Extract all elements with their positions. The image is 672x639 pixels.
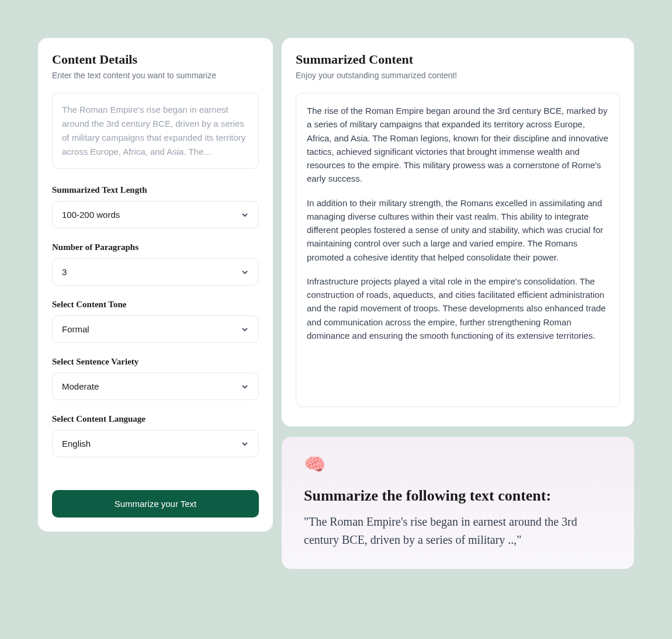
details-title: Content Details — [52, 52, 259, 67]
tone-label: Select Content Tone — [52, 300, 259, 310]
prompt-card: 🧠 Summarize the following text content: … — [282, 437, 634, 569]
chevron-down-icon — [241, 268, 249, 276]
variety-select[interactable]: Moderate — [52, 373, 259, 400]
chevron-down-icon — [241, 383, 249, 391]
paragraphs-label: Number of Paragraphs — [52, 242, 259, 252]
summarized-content-card: Summarized Content Enjoy your outstandin… — [282, 38, 634, 426]
length-label: Summarized Text Length — [52, 185, 259, 195]
variety-value: Moderate — [62, 381, 99, 391]
details-subtitle: Enter the text content you want to summa… — [52, 71, 259, 80]
tone-value: Formal — [62, 324, 89, 334]
summarize-button[interactable]: Summarize your Text — [52, 490, 259, 518]
language-select[interactable]: English — [52, 430, 259, 457]
summary-title: Summarized Content — [296, 52, 620, 67]
field-language: Select Content Language English — [52, 414, 259, 457]
field-tone: Select Content Tone Formal — [52, 300, 259, 343]
prompt-text: "The Roman Empire's rise began in earnes… — [304, 513, 612, 549]
chevron-down-icon — [241, 325, 249, 334]
length-value: 100-200 words — [62, 210, 120, 220]
prompt-title: Summarize the following text content: — [304, 487, 612, 505]
summary-output: The rise of the Roman Empire began aroun… — [296, 93, 620, 407]
field-paragraphs: Number of Paragraphs 3 — [52, 242, 259, 286]
field-variety: Select Sentence Variety Moderate — [52, 357, 259, 400]
chevron-down-icon — [241, 211, 249, 219]
summary-paragraph: In addition to their military strength, … — [307, 196, 609, 264]
summary-subtitle: Enjoy your outstanding summarized conten… — [296, 71, 620, 80]
length-select[interactable]: 100-200 words — [52, 201, 259, 228]
content-input[interactable]: The Roman Empire's rise began in earnest… — [52, 93, 259, 169]
language-value: English — [62, 439, 91, 449]
summary-paragraph: The rise of the Roman Empire began aroun… — [307, 104, 609, 186]
chevron-down-icon — [241, 440, 249, 448]
summary-paragraph: Infrastructure projects played a vital r… — [307, 275, 609, 342]
field-length: Summarized Text Length 100-200 words — [52, 185, 259, 228]
paragraphs-value: 3 — [62, 267, 67, 277]
tone-select[interactable]: Formal — [52, 315, 259, 343]
variety-label: Select Sentence Variety — [52, 357, 259, 367]
brain-icon: 🧠 — [304, 456, 612, 473]
language-label: Select Content Language — [52, 414, 259, 424]
paragraphs-select[interactable]: 3 — [52, 258, 259, 286]
content-details-card: Content Details Enter the text content y… — [38, 38, 273, 532]
